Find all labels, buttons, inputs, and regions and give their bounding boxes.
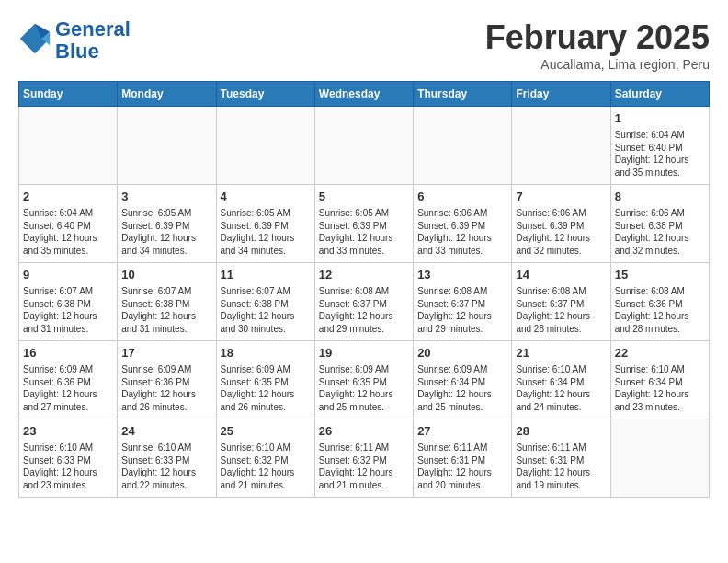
day-header-thursday: Thursday — [414, 82, 512, 107]
calendar-cell: 16Sunrise: 6:09 AM Sunset: 6:36 PM Dayli… — [19, 341, 118, 419]
calendar-cell: 15Sunrise: 6:08 AM Sunset: 6:36 PM Dayli… — [610, 263, 709, 341]
calendar-cell: 14Sunrise: 6:08 AM Sunset: 6:37 PM Dayli… — [512, 263, 610, 341]
logo-text-line1: General — [55, 18, 131, 40]
day-number: 25 — [221, 423, 311, 440]
day-number: 7 — [516, 189, 606, 205]
logo-icon — [18, 22, 51, 55]
calendar-cell: 5Sunrise: 6:05 AM Sunset: 6:39 PM Daylig… — [314, 185, 413, 263]
calendar-cell: 17Sunrise: 6:09 AM Sunset: 6:36 PM Dayli… — [118, 341, 216, 419]
calendar-cell — [610, 419, 709, 498]
calendar-cell: 2Sunrise: 6:04 AM Sunset: 6:40 PM Daylig… — [19, 185, 118, 263]
day-info: Sunrise: 6:04 AM Sunset: 6:40 PM Dayligh… — [23, 207, 113, 257]
day-info: Sunrise: 6:08 AM Sunset: 6:37 PM Dayligh… — [417, 285, 507, 335]
day-info: Sunrise: 6:06 AM Sunset: 6:39 PM Dayligh… — [417, 207, 507, 257]
calendar-cell: 10Sunrise: 6:07 AM Sunset: 6:38 PM Dayli… — [118, 263, 216, 341]
calendar-cell: 9Sunrise: 6:07 AM Sunset: 6:38 PM Daylig… — [19, 263, 118, 341]
day-header-wednesday: Wednesday — [314, 82, 413, 107]
day-info: Sunrise: 6:08 AM Sunset: 6:37 PM Dayligh… — [319, 285, 409, 335]
week-row-1: 1Sunrise: 6:04 AM Sunset: 6:40 PM Daylig… — [19, 107, 710, 185]
calendar-cell: 1Sunrise: 6:04 AM Sunset: 6:40 PM Daylig… — [610, 107, 709, 185]
day-info: Sunrise: 6:10 AM Sunset: 6:33 PM Dayligh… — [121, 442, 211, 491]
calendar-cell — [314, 107, 413, 185]
day-number: 26 — [319, 423, 409, 440]
day-header-saturday: Saturday — [610, 82, 709, 107]
day-number: 13 — [417, 267, 507, 283]
day-info: Sunrise: 6:09 AM Sunset: 6:36 PM Dayligh… — [121, 363, 211, 413]
week-row-3: 9Sunrise: 6:07 AM Sunset: 6:38 PM Daylig… — [19, 263, 710, 341]
day-info: Sunrise: 6:11 AM Sunset: 6:31 PM Dayligh… — [516, 442, 606, 491]
day-info: Sunrise: 6:07 AM Sunset: 6:38 PM Dayligh… — [121, 285, 211, 335]
day-header-friday: Friday — [512, 82, 610, 107]
calendar-cell: 19Sunrise: 6:09 AM Sunset: 6:35 PM Dayli… — [314, 341, 413, 419]
calendar-cell — [19, 107, 118, 185]
day-number: 9 — [23, 267, 113, 283]
day-info: Sunrise: 6:08 AM Sunset: 6:36 PM Dayligh… — [615, 285, 705, 335]
logo: General Blue — [18, 18, 131, 63]
calendar-cell: 23Sunrise: 6:10 AM Sunset: 6:33 PM Dayli… — [19, 419, 118, 498]
day-info: Sunrise: 6:09 AM Sunset: 6:35 PM Dayligh… — [221, 363, 311, 413]
calendar-cell: 27Sunrise: 6:11 AM Sunset: 6:31 PM Dayli… — [414, 419, 512, 498]
calendar-cell — [512, 107, 610, 185]
calendar-cell — [414, 107, 512, 185]
month-title: February 2025 — [485, 18, 710, 57]
day-number: 5 — [319, 189, 409, 205]
calendar-cell: 25Sunrise: 6:10 AM Sunset: 6:32 PM Dayli… — [216, 419, 314, 498]
day-number: 19 — [319, 345, 409, 362]
day-number: 28 — [516, 423, 606, 440]
subtitle: Aucallama, Lima region, Peru — [485, 57, 710, 72]
day-number: 14 — [516, 267, 606, 283]
day-number: 24 — [121, 423, 211, 440]
calendar-cell: 7Sunrise: 6:06 AM Sunset: 6:39 PM Daylig… — [512, 185, 610, 263]
calendar-cell: 22Sunrise: 6:10 AM Sunset: 6:34 PM Dayli… — [610, 341, 709, 419]
header-row: SundayMondayTuesdayWednesdayThursdayFrid… — [19, 82, 710, 107]
calendar-cell: 24Sunrise: 6:10 AM Sunset: 6:33 PM Dayli… — [118, 419, 216, 498]
calendar-cell — [216, 107, 314, 185]
calendar-cell: 4Sunrise: 6:05 AM Sunset: 6:39 PM Daylig… — [216, 185, 314, 263]
day-info: Sunrise: 6:05 AM Sunset: 6:39 PM Dayligh… — [319, 207, 409, 257]
title-section: February 2025 Aucallama, Lima region, Pe… — [485, 18, 710, 72]
calendar-cell: 6Sunrise: 6:06 AM Sunset: 6:39 PM Daylig… — [414, 185, 512, 263]
day-info: Sunrise: 6:10 AM Sunset: 6:34 PM Dayligh… — [615, 363, 705, 413]
day-number: 4 — [221, 189, 311, 205]
day-info: Sunrise: 6:07 AM Sunset: 6:38 PM Dayligh… — [23, 285, 113, 335]
day-number: 1 — [615, 110, 705, 127]
header: General Blue February 2025 Aucallama, Li… — [18, 18, 710, 72]
week-row-4: 16Sunrise: 6:09 AM Sunset: 6:36 PM Dayli… — [19, 341, 710, 419]
calendar-cell: 28Sunrise: 6:11 AM Sunset: 6:31 PM Dayli… — [512, 419, 610, 498]
day-number: 10 — [121, 267, 211, 283]
day-number: 23 — [23, 423, 113, 440]
calendar-cell: 26Sunrise: 6:11 AM Sunset: 6:32 PM Dayli… — [314, 419, 413, 498]
calendar-cell: 8Sunrise: 6:06 AM Sunset: 6:38 PM Daylig… — [610, 185, 709, 263]
day-header-tuesday: Tuesday — [216, 82, 314, 107]
day-number: 2 — [23, 189, 113, 205]
week-row-5: 23Sunrise: 6:10 AM Sunset: 6:33 PM Dayli… — [19, 419, 710, 498]
day-number: 20 — [417, 345, 507, 362]
day-info: Sunrise: 6:11 AM Sunset: 6:32 PM Dayligh… — [319, 442, 409, 491]
calendar: SundayMondayTuesdayWednesdayThursdayFrid… — [18, 81, 710, 498]
day-number: 3 — [121, 189, 211, 205]
day-info: Sunrise: 6:10 AM Sunset: 6:32 PM Dayligh… — [221, 442, 311, 491]
logo-text-line2: Blue — [55, 40, 131, 63]
calendar-cell: 18Sunrise: 6:09 AM Sunset: 6:35 PM Dayli… — [216, 341, 314, 419]
calendar-cell: 12Sunrise: 6:08 AM Sunset: 6:37 PM Dayli… — [314, 263, 413, 341]
day-info: Sunrise: 6:10 AM Sunset: 6:34 PM Dayligh… — [516, 363, 606, 413]
day-info: Sunrise: 6:08 AM Sunset: 6:37 PM Dayligh… — [516, 285, 606, 335]
day-number: 8 — [615, 189, 705, 205]
day-info: Sunrise: 6:05 AM Sunset: 6:39 PM Dayligh… — [121, 207, 211, 257]
day-number: 15 — [615, 267, 705, 283]
day-number: 27 — [417, 423, 507, 440]
day-number: 12 — [319, 267, 409, 283]
day-number: 11 — [221, 267, 311, 283]
day-info: Sunrise: 6:09 AM Sunset: 6:36 PM Dayligh… — [23, 363, 113, 413]
calendar-cell: 21Sunrise: 6:10 AM Sunset: 6:34 PM Dayli… — [512, 341, 610, 419]
day-number: 17 — [121, 345, 211, 362]
calendar-body: 1Sunrise: 6:04 AM Sunset: 6:40 PM Daylig… — [19, 107, 710, 498]
day-info: Sunrise: 6:06 AM Sunset: 6:39 PM Dayligh… — [516, 207, 606, 257]
day-info: Sunrise: 6:05 AM Sunset: 6:39 PM Dayligh… — [221, 207, 311, 257]
day-number: 16 — [23, 345, 113, 362]
day-number: 6 — [417, 189, 507, 205]
day-number: 22 — [615, 345, 705, 362]
day-info: Sunrise: 6:04 AM Sunset: 6:40 PM Dayligh… — [615, 129, 705, 178]
calendar-cell: 11Sunrise: 6:07 AM Sunset: 6:38 PM Dayli… — [216, 263, 314, 341]
day-info: Sunrise: 6:07 AM Sunset: 6:38 PM Dayligh… — [221, 285, 311, 335]
